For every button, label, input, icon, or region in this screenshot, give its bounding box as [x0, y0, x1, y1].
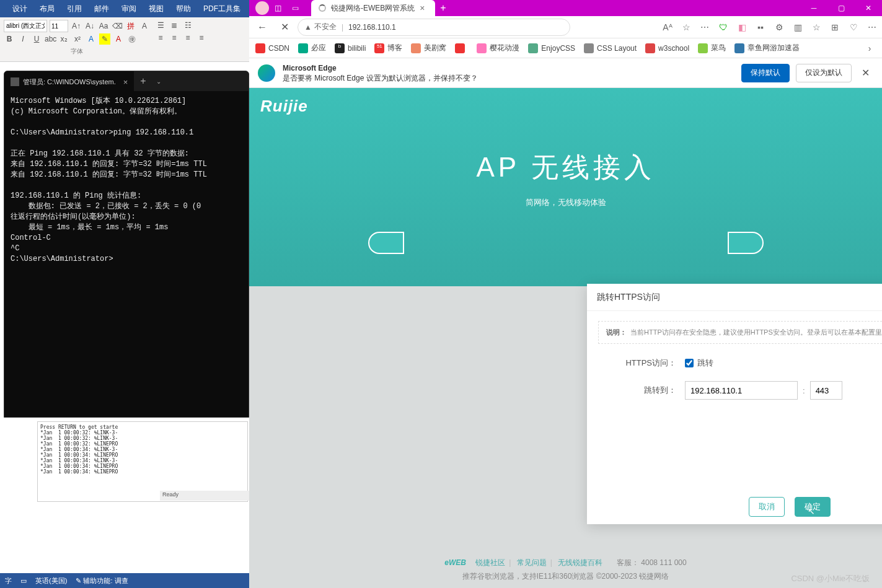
tab-title: 锐捷网络-EWEB网管系统	[331, 3, 415, 14]
menu-item[interactable]: 邮件	[94, 4, 109, 14]
highlight-button[interactable]: ✎	[99, 33, 110, 45]
shield-icon[interactable]: 🛡	[717, 21, 730, 33]
fav-blog[interactable]: 51博客	[374, 43, 402, 53]
ext1-icon[interactable]: ⋯	[699, 21, 711, 33]
menu-item[interactable]: 布局	[40, 4, 55, 14]
stop-button[interactable]: ✕	[275, 18, 294, 37]
profile-avatar[interactable]	[255, 1, 269, 15]
fav-bilibili[interactable]: bbilibili	[335, 43, 366, 53]
back-button[interactable]: ←	[253, 18, 271, 37]
url-field[interactable]: ▲ 不安全 | 192.168.110.1	[298, 19, 570, 36]
hero-input-right[interactable]	[728, 232, 764, 254]
subscript-button[interactable]: x₂	[58, 33, 69, 45]
text-effect-button[interactable]: A	[86, 33, 97, 45]
ext3-icon[interactable]: ▪▪	[754, 21, 767, 33]
font-color-button[interactable]: A	[113, 33, 124, 45]
bullets-button[interactable]: ☰	[155, 20, 166, 31]
fav-overflow-icon[interactable]: ›	[863, 42, 876, 55]
clear-fmt-button[interactable]: ⌫	[112, 20, 123, 32]
fav-enjoycss[interactable]: EnjoyCSS	[528, 43, 575, 53]
menu-item[interactable]: 设计	[12, 4, 27, 14]
redirect-ip-input[interactable]	[685, 381, 798, 400]
align-center-button[interactable]: ≡	[169, 32, 180, 43]
loading-icon	[319, 4, 326, 12]
bold-button[interactable]: B	[4, 33, 15, 45]
menu-icon[interactable]: ⋯	[866, 21, 878, 33]
close-button[interactable]: ✕	[855, 0, 882, 16]
cancel-button[interactable]: 取消	[749, 497, 785, 517]
ruijie-logo: Ruijie	[249, 97, 882, 116]
banner-close-icon[interactable]: ✕	[858, 67, 873, 79]
security-indicator[interactable]: ▲ 不安全	[304, 22, 337, 32]
keep-default-button[interactable]: 保持默认	[741, 64, 790, 82]
browser-titlebar: ◫ ▭ 锐捷网络-EWEB网管系统 × + ─ ▢ ✕	[249, 0, 882, 16]
accessibility-status[interactable]: ✎ 辅助功能: 调查	[76, 576, 128, 586]
https-checkbox[interactable]	[685, 359, 694, 367]
menu-item[interactable]: 引用	[67, 4, 82, 14]
favorite-icon[interactable]: ☆	[680, 21, 692, 33]
char-border-button[interactable]: A	[139, 20, 150, 32]
menu-item[interactable]: 审阅	[121, 4, 136, 14]
tab-close-icon[interactable]: ×	[420, 3, 425, 13]
font-select[interactable]	[4, 20, 47, 32]
set-default-button[interactable]: 仅设为默认	[796, 64, 852, 82]
italic-button[interactable]: I	[17, 33, 29, 45]
phonetic-button[interactable]: 拼	[125, 20, 136, 32]
ext4-icon[interactable]: ⚙	[773, 21, 785, 33]
ribbon-section-label: 字体	[4, 47, 150, 56]
multilevel-button[interactable]: ☷	[182, 20, 193, 31]
footer-link-wiki[interactable]: 无线锐捷百科	[558, 558, 602, 567]
fav-csslayout[interactable]: CSS Layout	[584, 43, 637, 53]
maximize-button[interactable]: ▢	[827, 0, 855, 16]
tab-actions-icon[interactable]: ▭	[286, 1, 304, 15]
numbering-button[interactable]: ≣	[169, 20, 180, 31]
fav-csdn[interactable]: CSDN	[255, 43, 289, 53]
favorites-icon[interactable]: ☆	[810, 21, 822, 33]
fav-runoob[interactable]: 菜鸟	[698, 43, 726, 53]
menu-item[interactable]: PDF工具集	[203, 4, 240, 14]
fav-sakura[interactable]: 樱花动漫	[477, 43, 519, 53]
new-tab-button[interactable]: +	[435, 0, 451, 16]
page-content: Ruijie AP 无线接入 简网络，无线移动体验 eWEB 锐捷社区| 常见问…	[249, 88, 882, 588]
grow-font-button[interactable]: A↑	[71, 20, 82, 32]
workspaces-icon[interactable]: ◫	[269, 1, 286, 15]
hero-input-left[interactable]	[368, 232, 404, 254]
fav-meiju[interactable]: 美剧窝	[411, 43, 446, 53]
menu-item[interactable]: 视图	[149, 4, 164, 14]
minimize-button[interactable]: ─	[800, 0, 827, 16]
size-select[interactable]	[50, 20, 68, 32]
address-bar: ← ✕ ▲ 不安全 | 192.168.110.1 Aᴬ ☆ ⋯ 🛡 ◧ ▪▪ …	[249, 16, 882, 38]
terminal-output[interactable]: Microsoft Windows [版本 10.0.22621.2861] (…	[4, 91, 249, 270]
tab-close-button[interactable]: ×	[123, 77, 128, 87]
ext2-icon[interactable]: ◧	[736, 21, 748, 33]
justify-button[interactable]: ≡	[196, 32, 207, 43]
strike-button[interactable]: abc	[45, 33, 56, 45]
enclose-button[interactable]: ㊝	[126, 33, 138, 45]
ok-button[interactable]: 确定 ↖	[795, 497, 831, 517]
fav-bing[interactable]: 必应	[298, 43, 326, 53]
collections-icon[interactable]: ▥	[792, 21, 804, 33]
extensions-icon[interactable]: ⊞	[829, 21, 841, 33]
change-case-button[interactable]: Aa	[98, 20, 109, 32]
performance-icon[interactable]: ♡	[847, 21, 860, 33]
hero-banner: Ruijie AP 无线接入 简网络，无线移动体验	[249, 88, 882, 286]
shrink-font-button[interactable]: A↓	[84, 20, 95, 32]
menu-item[interactable]: 帮助	[176, 4, 191, 14]
fav-red[interactable]	[455, 43, 468, 53]
redirect-port-input[interactable]	[810, 381, 842, 400]
lang-status[interactable]: 英语(美国)	[35, 576, 67, 586]
fav-w3school[interactable]: w3school	[645, 43, 689, 53]
footer-link-community[interactable]: 锐捷社区	[475, 558, 505, 567]
tab-menu-button[interactable]: ⌄	[152, 78, 165, 85]
new-tab-button[interactable]: +	[134, 76, 152, 87]
superscript-button[interactable]: x²	[72, 33, 83, 45]
underline-button[interactable]: U	[31, 33, 42, 45]
align-right-button[interactable]: ≡	[182, 32, 193, 43]
align-left-button[interactable]: ≡	[155, 32, 166, 43]
terminal-tab[interactable]: 管理员: C:\WINDOWS\system. ×	[4, 71, 134, 91]
browser-tab[interactable]: 锐捷网络-EWEB网管系统 ×	[311, 0, 435, 16]
fav-octopus[interactable]: 章鱼网游加速器	[734, 43, 800, 53]
reading-mode-icon[interactable]: Aᴬ	[661, 21, 674, 33]
footer-link-faq[interactable]: 常见问题	[517, 558, 547, 567]
watermark: CSDN @小Mie不吃饭	[791, 573, 870, 584]
